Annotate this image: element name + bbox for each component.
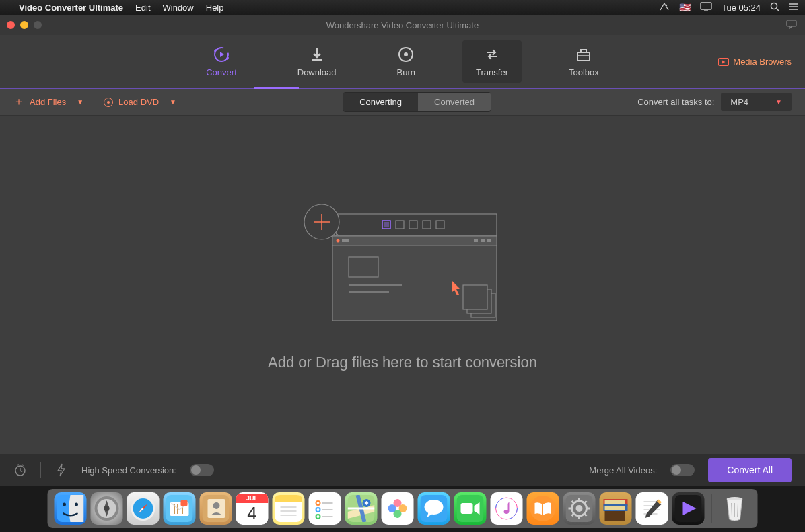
svg-rect-29 [342, 239, 349, 242]
calendar-month: JUL [236, 494, 269, 503]
dock-photos[interactable] [382, 492, 414, 525]
dock-finder[interactable] [55, 492, 87, 525]
dock-facetime[interactable] [454, 492, 487, 525]
tab-active-indicator [254, 87, 299, 89]
dock-textedit[interactable] [636, 492, 668, 525]
menubar-edit[interactable]: Edit [135, 3, 150, 13]
dock-reminders[interactable] [309, 492, 341, 525]
dock-calendar[interactable]: JUL 4 [236, 492, 269, 525]
svg-point-49 [104, 506, 110, 511]
tab-label: Download [298, 67, 337, 77]
dock-folder-books[interactable] [600, 492, 632, 525]
svg-point-28 [337, 239, 340, 242]
menubar-notification-center-icon[interactable] [789, 3, 798, 13]
svg-point-79 [425, 500, 444, 515]
dock-messages[interactable] [418, 492, 450, 525]
svg-rect-18 [384, 222, 389, 227]
schedule-icon[interactable] [13, 463, 27, 477]
menubar-clock[interactable]: Tue 05:24 [722, 3, 761, 13]
dock-trash[interactable] [719, 492, 751, 525]
svg-rect-13 [578, 52, 590, 61]
window-title: Wondershare Video Converter Ultimate [0, 20, 805, 30]
tab-burn[interactable]: Burn [384, 40, 429, 83]
menubar-spotlight-icon[interactable] [770, 2, 779, 13]
menubar-app-name[interactable]: Video Converter Ultimate [19, 3, 123, 13]
calendar-day: 4 [247, 503, 256, 524]
segment-converted[interactable]: Converted [418, 93, 491, 111]
svg-point-82 [494, 496, 520, 521]
high-speed-toggle[interactable] [190, 464, 214, 476]
dock-itunes[interactable] [491, 492, 523, 525]
menubar-notifications-icon[interactable] [659, 2, 670, 13]
output-format-dropdown[interactable]: MP4 ▼ [721, 93, 792, 111]
tab-label: Burn [397, 67, 415, 77]
load-dvd-button[interactable]: Load DVD ▼ [104, 97, 176, 107]
menubar-input-source-icon[interactable]: 🇺🇸 [679, 2, 691, 13]
svg-rect-98 [605, 510, 625, 521]
svg-rect-81 [461, 503, 473, 514]
svg-point-77 [388, 504, 396, 512]
tab-download[interactable]: Download [284, 40, 350, 83]
segment-converting[interactable]: Converting [343, 93, 418, 111]
svg-line-95 [585, 514, 587, 516]
drop-zone-prompt: Add or Drag files here to start conversi… [268, 354, 537, 371]
toolbar: ＋ Add Files ▼ Load DVD ▼ Converting Conv… [0, 89, 805, 116]
add-files-button[interactable]: ＋ Add Files ▼ [13, 95, 83, 109]
svg-rect-27 [332, 236, 497, 245]
chevron-down-icon: ▼ [775, 98, 782, 106]
svg-rect-60 [275, 500, 302, 502]
dock-ibooks[interactable] [527, 492, 559, 525]
dock-system-preferences[interactable] [563, 492, 596, 525]
tab-convert[interactable]: Convert [193, 40, 250, 83]
svg-rect-101 [605, 500, 625, 504]
menubar-help[interactable]: Help [206, 3, 224, 13]
svg-point-0 [666, 4, 667, 5]
svg-rect-32 [487, 239, 491, 242]
convert-all-button[interactable]: Convert All [708, 458, 792, 482]
drop-zone[interactable]: Add or Drag files here to start conversi… [0, 116, 805, 454]
plus-icon: ＋ [13, 95, 24, 109]
svg-rect-38 [463, 285, 487, 309]
svg-rect-21 [423, 221, 431, 229]
svg-rect-22 [436, 221, 444, 229]
dock-maps[interactable] [345, 492, 378, 525]
dock-notes[interactable] [273, 492, 305, 525]
tab-toolbox[interactable]: Toolbox [555, 40, 612, 83]
svg-point-89 [576, 505, 583, 512]
dock-mail[interactable] [164, 492, 196, 525]
svg-line-94 [572, 501, 574, 503]
dock-contacts[interactable] [200, 492, 232, 525]
load-dvd-label: Load DVD [118, 97, 159, 107]
titlebar: Wondershare Video Converter Ultimate [0, 15, 805, 35]
dock-video-converter[interactable] [672, 492, 705, 525]
window-zoom-button[interactable] [34, 21, 42, 29]
dock-safari[interactable] [127, 492, 160, 525]
merge-videos-label: Merge All Videos: [589, 465, 657, 476]
media-browsers-button[interactable]: Media Browers [718, 56, 792, 67]
output-format-value: MP4 [730, 97, 748, 107]
tab-transfer[interactable]: Transfer [462, 40, 522, 83]
svg-line-43 [22, 465, 24, 465]
dock-launchpad[interactable] [91, 492, 123, 525]
window-minimize-button[interactable] [20, 21, 28, 29]
merge-videos-toggle[interactable] [670, 464, 695, 476]
menubar-display-icon[interactable] [700, 2, 712, 13]
svg-point-45 [63, 503, 66, 506]
feedback-icon[interactable] [786, 20, 797, 31]
add-files-label: Add Files [30, 97, 66, 107]
macos-dock: JUL 4 [48, 489, 758, 528]
tab-label: Toolbox [569, 67, 599, 77]
svg-rect-1 [701, 3, 711, 9]
svg-rect-8 [787, 20, 796, 26]
chevron-down-icon[interactable]: ▼ [77, 98, 83, 106]
window-close-button[interactable] [7, 21, 15, 29]
status-segment: Converting Converted [343, 92, 491, 112]
svg-line-4 [777, 8, 779, 11]
svg-line-97 [572, 514, 574, 516]
svg-rect-19 [396, 221, 404, 229]
chevron-down-icon[interactable]: ▼ [170, 98, 176, 106]
svg-rect-64 [312, 495, 339, 522]
convert-all-to-label: Convert all tasks to: [637, 97, 714, 107]
svg-rect-30 [474, 239, 478, 242]
menubar-window[interactable]: Window [163, 3, 194, 13]
